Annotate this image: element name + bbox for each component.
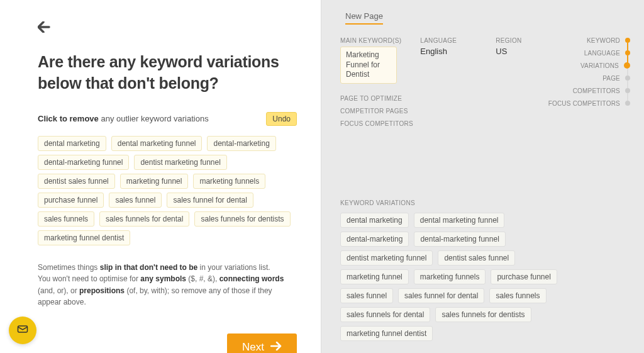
step-focus-competitors[interactable]: FOCUS COMPETITORS	[548, 97, 630, 109]
kv-chip: sales funnel	[340, 288, 393, 303]
step-variations[interactable]: VARIATIONS	[548, 59, 630, 72]
step-label: COMPETITORS	[573, 87, 620, 94]
keyword-chip[interactable]: dentist marketing funnel	[134, 155, 226, 170]
region-label: REGION	[496, 37, 552, 44]
keyword-chip[interactable]: dental-marketing funnel	[38, 155, 129, 170]
back-button[interactable]	[38, 20, 52, 36]
keyword-chip[interactable]: marketing funnel dentist	[38, 230, 130, 245]
step-dot-icon	[625, 76, 630, 81]
step-competitors[interactable]: COMPETITORS	[548, 84, 630, 97]
step-connector	[627, 68, 628, 76]
main-keyword-value: Marketing Funnel for Dentist	[340, 47, 397, 84]
kv-chip: marketing funnels	[414, 269, 486, 284]
keyword-chip[interactable]: marketing funnels	[193, 174, 265, 189]
kv-chip: sales funnel for dental	[398, 288, 484, 303]
step-label: FOCUS COMPETITORS	[548, 100, 620, 107]
kv-chip: marketing funnel	[340, 269, 409, 284]
progress-stepper: KEYWORDLANGUAGEVARIATIONSPAGECOMPETITORS…	[548, 34, 630, 109]
keyword-chip[interactable]: sales funnels for dentists	[194, 211, 290, 227]
page-tab[interactable]: New Page	[345, 11, 383, 25]
step-connector	[627, 93, 628, 101]
language-value: English	[420, 47, 477, 56]
kv-chip: dental marketing	[340, 213, 409, 228]
step-connector	[627, 43, 628, 50]
kv-chip: dental-marketing	[340, 232, 409, 247]
keyword-chip[interactable]: dental marketing	[38, 136, 106, 151]
kv-chips: dental marketingdental marketing funneld…	[340, 213, 567, 341]
kv-chip: marketing funnel dentist	[340, 326, 433, 341]
keyword-chip[interactable]: dental-marketing	[207, 136, 275, 151]
step-label: VARIATIONS	[580, 62, 619, 69]
keyword-chip[interactable]: dentist sales funnel	[38, 174, 115, 189]
next-label: Next	[242, 341, 264, 353]
kv-chip: sales funnels for dental	[340, 307, 430, 322]
kv-chip: dental-marketing funnel	[414, 232, 505, 247]
keyword-chip[interactable]: sales funnels for dental	[99, 211, 189, 227]
hint-text: Sometimes things slip in that don't need…	[38, 262, 297, 308]
step-label: PAGE	[602, 75, 620, 82]
arrow-right-icon	[270, 341, 282, 353]
step-label: KEYWORD	[587, 37, 620, 44]
help-fab[interactable]	[9, 317, 36, 344]
kv-chip: sales funnels for dentists	[435, 307, 531, 322]
step-page[interactable]: PAGE	[548, 72, 630, 84]
kv-chip: sales funnels	[489, 288, 546, 303]
subheading-rest: any outlier keyword variations	[99, 114, 209, 123]
next-button[interactable]: Next	[227, 333, 297, 353]
keyword-chip[interactable]: marketing funnel	[120, 174, 189, 189]
step-dot-icon	[625, 38, 630, 43]
step-dot-icon	[624, 62, 630, 69]
main-keyword-label: MAIN KEYWORD(S)	[340, 37, 401, 44]
kv-chip: dentist sales funnel	[438, 250, 515, 266]
step-connector	[627, 81, 628, 88]
keyword-chip[interactable]: sales funnel for dental	[167, 193, 253, 208]
step-language[interactable]: LANGUAGE	[548, 47, 630, 59]
kv-chip: dentist marketing funnel	[340, 250, 433, 266]
page-heading: Are there any keyword variations below t…	[38, 52, 297, 94]
keyword-chip[interactable]: sales funnel	[109, 193, 162, 208]
step-dot-icon	[625, 88, 630, 93]
keyword-chip[interactable]: dental marketing funnel	[111, 136, 203, 151]
keyword-chip[interactable]: sales funnels	[38, 211, 94, 227]
keyword-chips: dental marketingdental marketing funneld…	[38, 136, 297, 245]
keyword-chip[interactable]: purchase funnel	[38, 193, 104, 208]
kv-label: KEYWORD VARIATIONS	[340, 199, 630, 206]
undo-button[interactable]: Undo	[266, 112, 297, 126]
mail-icon	[16, 323, 29, 338]
subheading: Click to remove any outlier keyword vari…	[38, 114, 209, 123]
summary-link[interactable]: FOCUS COMPETITORS	[340, 118, 630, 130]
step-dot-icon	[625, 50, 630, 55]
step-dot-icon	[625, 101, 630, 106]
kv-chip: dental marketing funnel	[414, 213, 505, 228]
step-keyword[interactable]: KEYWORD	[548, 34, 630, 47]
step-label: LANGUAGE	[584, 50, 620, 57]
subheading-bold: Click to remove	[38, 114, 99, 123]
kv-chip: purchase funnel	[491, 269, 557, 284]
region-value: US	[496, 47, 552, 56]
language-label: LANGUAGE	[420, 37, 477, 44]
